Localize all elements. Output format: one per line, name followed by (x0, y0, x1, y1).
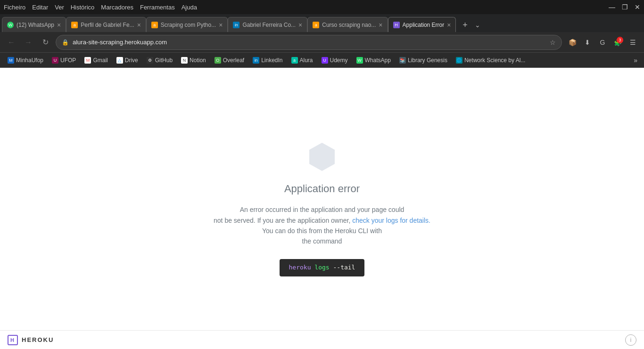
tab-curso-label: Curso scraping nao... (322, 22, 376, 28)
bm-udemy[interactable]: UUdemy (318, 55, 352, 66)
menu-item-editar[interactable]: Editar (32, 4, 48, 11)
new-tab-button[interactable]: + (458, 18, 472, 32)
url-text: alura-site-scraping.herokuapp.com (73, 39, 546, 46)
tab-scraping-label: Scraping com Pytho... (161, 22, 216, 28)
cmd-part1: heroku (289, 264, 311, 271)
tab-scraping-close[interactable]: × (219, 21, 223, 29)
forward-button[interactable]: → (22, 36, 35, 49)
bm-overleaf[interactable]: OOverleaf (211, 55, 248, 66)
bm-alura[interactable]: aAlura (288, 55, 317, 66)
tab-app-error-close[interactable]: × (447, 21, 451, 29)
tab-linkedin-close[interactable]: × (298, 21, 302, 29)
hexagon-icon (305, 140, 339, 173)
info-button[interactable]: i (625, 334, 636, 346)
menu-item-marcadores[interactable]: Marcadores (101, 4, 133, 11)
tab-perfil-close[interactable]: × (137, 21, 141, 29)
tab-app-error[interactable]: HApplication Error× (388, 17, 456, 32)
bm-ufop[interactable]: UUFOP (48, 55, 80, 66)
menu-item-ferramentas[interactable]: Ferramentas (140, 4, 175, 11)
bm-drive[interactable]: △Drive (113, 55, 142, 66)
reload-button[interactable]: ↻ (39, 36, 52, 49)
bm-github-favicon: ⚙ (147, 57, 153, 64)
error-body: An error occurred in the application and… (214, 204, 430, 276)
bm-netscience-favicon: 🌐 (456, 57, 462, 64)
extensions-icon[interactable]: 🧩 3 (611, 36, 624, 49)
bm-minhaUfop-label: MinhaUfop (16, 57, 43, 64)
menu-item-histórico[interactable]: Histórico (71, 4, 95, 11)
title-bar: FicheiroEditarVerHistóricoMarcadoresFerr… (0, 0, 644, 14)
tab-whatsapp[interactable]: W(12) WhatsApp× (2, 17, 66, 32)
tab-linkedin-label: Gabriel Ferreira Co... (242, 22, 296, 28)
bm-overleaf-favicon: O (215, 57, 221, 64)
bm-drive-favicon: △ (116, 57, 123, 64)
profile-icon[interactable]: G (596, 36, 609, 49)
tab-perfil[interactable]: aPerfil de Gabriel Fe...× (66, 17, 146, 32)
star-icon[interactable]: ☆ (550, 39, 556, 46)
main-content: Application error An error occurred in t… (0, 68, 644, 349)
menu-item-ficheiro[interactable]: Ficheiro (4, 4, 25, 11)
code-block: heroku logs --tail (280, 259, 365, 276)
bookmarks-more-button[interactable]: » (631, 55, 640, 66)
navigation-bar: ← → ↻ 🔒 alura-site-scraping.herokuapp.co… (0, 32, 644, 53)
menu-item-ajuda[interactable]: Ajuda (182, 4, 197, 11)
minimize-button[interactable]: — (609, 3, 615, 11)
close-button[interactable]: ✕ (635, 3, 640, 11)
tab-scraping[interactable]: aScraping com Pytho...× (146, 17, 228, 32)
window-controls[interactable]: —❐✕ (609, 3, 640, 11)
check-logs-link[interactable]: check your logs for details. (352, 217, 430, 224)
bm-gmail[interactable]: MGmail (81, 55, 111, 66)
error-body-line4: the command (302, 237, 342, 245)
bm-libgen[interactable]: 📚Library Genesis (396, 55, 451, 66)
bm-alura-favicon: a (291, 57, 298, 64)
heroku-brand-name: HEROKU (22, 336, 54, 343)
tab-whatsapp-label: (12) WhatsApp (17, 22, 54, 28)
download-icon[interactable]: ⬇ (581, 36, 594, 49)
bm-libgen-label: Library Genesis (408, 57, 447, 64)
nav-right-actions: 📦 ⬇ G 🧩 3 ☰ (566, 36, 639, 49)
tab-curso[interactable]: aCurso scraping nao...× (307, 17, 388, 32)
pocket-icon[interactable]: 📦 (566, 36, 579, 49)
bm-github[interactable]: ⚙GitHub (143, 55, 176, 66)
bookmarks-bar: MMinhaUfopUUFOPMGmail△Drive⚙GitHubNNotio… (0, 53, 644, 68)
error-title: Application error (284, 183, 360, 195)
bm-notion[interactable]: NNotion (177, 55, 210, 66)
error-body-line2: not be served. If you are the applicatio… (214, 217, 350, 224)
bm-netscience-label: Network Science by Al... (464, 57, 525, 64)
tab-linkedin-favicon: in (233, 22, 239, 28)
bm-notion-label: Notion (190, 57, 206, 64)
bm-libgen-favicon: 📚 (399, 57, 406, 64)
tabs-dropdown-button[interactable]: ⌄ (472, 18, 483, 32)
bm-ufop-favicon: U (52, 57, 58, 64)
heroku-logo: H HEROKU (8, 335, 54, 345)
bm-udemy-favicon: U (322, 57, 328, 64)
tab-linkedin[interactable]: inGabriel Ferreira Co...× (228, 17, 307, 32)
maximize-button[interactable]: ❐ (622, 3, 628, 11)
bm-whatsapp-label: WhatsApp (365, 57, 391, 64)
svg-marker-0 (309, 143, 335, 171)
badge-count: 3 (617, 37, 623, 43)
menu-item-ver[interactable]: Ver (55, 4, 64, 11)
bm-whatsapp[interactable]: WWhatsApp (353, 55, 395, 66)
back-button[interactable]: ← (5, 36, 18, 49)
bm-linkedin[interactable]: inLinkedIn (249, 55, 286, 66)
bm-linkedin-label: LinkedIn (261, 57, 282, 64)
footer: H HEROKU i (0, 330, 644, 349)
heroku-logo-box: H (8, 335, 18, 345)
bm-netscience[interactable]: 🌐Network Science by Al... (452, 55, 529, 66)
menu-bar[interactable]: FicheiroEditarVerHistóricoMarcadoresFerr… (4, 4, 197, 11)
address-bar[interactable]: 🔒 alura-site-scraping.herokuapp.com ☆ (56, 35, 562, 50)
bm-gmail-favicon: M (84, 57, 91, 64)
bm-linkedin-favicon: in (253, 57, 259, 64)
bm-gmail-label: Gmail (93, 57, 107, 64)
menu-icon[interactable]: ☰ (626, 36, 639, 49)
tab-perfil-favicon: a (71, 22, 78, 28)
tab-whatsapp-favicon: W (7, 22, 14, 28)
bm-ufop-label: UFOP (60, 57, 76, 64)
bm-overleaf-label: Overleaf (223, 57, 244, 64)
tab-curso-close[interactable]: × (379, 21, 382, 29)
bm-alura-label: Alura (300, 57, 313, 64)
tab-whatsapp-close[interactable]: × (57, 21, 61, 29)
tab-app-error-label: Application Error (403, 22, 445, 28)
bm-minhaUfop[interactable]: MMinhaUfop (4, 55, 47, 66)
bm-github-label: GitHub (155, 57, 173, 64)
